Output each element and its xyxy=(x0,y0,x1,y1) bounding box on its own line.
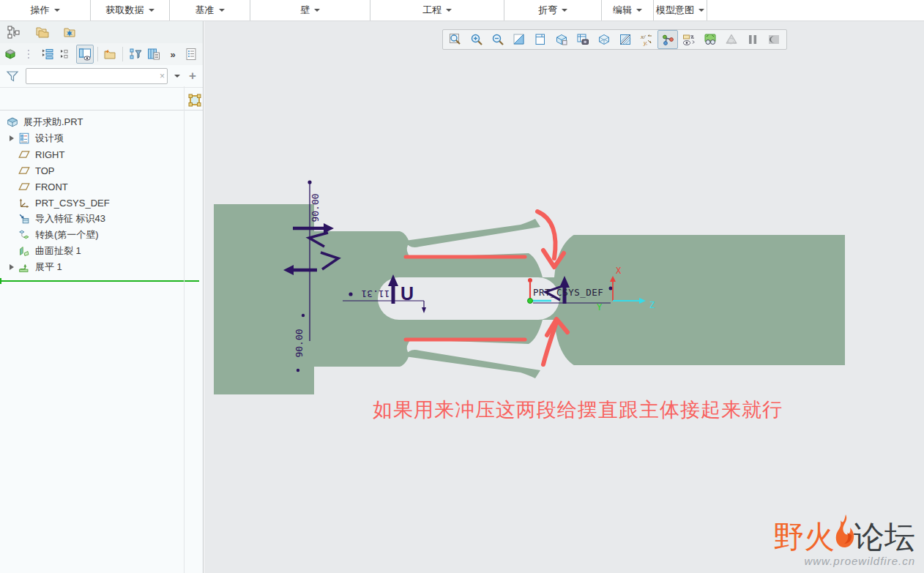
tree-item-label: 曲面扯裂 1 xyxy=(35,244,81,258)
tree-settings-icon[interactable] xyxy=(145,45,163,64)
toolbar-separator xyxy=(97,47,98,61)
tree-item-top[interactable]: TOP xyxy=(0,162,203,179)
chevron-down-icon xyxy=(54,9,60,12)
tree-search-box: × xyxy=(26,68,168,84)
chevron-down-icon xyxy=(636,9,642,12)
flame-icon xyxy=(835,514,854,553)
menu-item-4[interactable]: 壁 xyxy=(250,0,370,20)
watermark-url: www.proewildfire.cn xyxy=(773,555,915,567)
zoom-in-icon[interactable] xyxy=(466,30,487,49)
model-tree: 展开求助.PRT设计项RIGHTTOPFRONTPRT_CSYS_DEF导入特征… xyxy=(0,111,203,282)
folder-browser-tab-icon[interactable] xyxy=(32,23,51,42)
bend-dim-left: 90.00 xyxy=(294,329,305,357)
menu-item-1[interactable]: 操作 xyxy=(0,0,91,20)
display-style-icon[interactable] xyxy=(594,30,614,49)
svg-text:»: » xyxy=(170,49,175,60)
length-dim: 11.31 xyxy=(361,288,390,299)
tree-item-label: 展开求助.PRT xyxy=(23,116,83,129)
zoom-region-icon[interactable] xyxy=(445,30,466,49)
chevron-down-icon xyxy=(219,9,225,12)
refit-icon[interactable] xyxy=(509,30,529,49)
tree-filter-icon[interactable] xyxy=(127,45,144,64)
expand-arrow-icon[interactable] xyxy=(6,264,18,270)
grip-handle xyxy=(21,45,38,64)
spin-center-icon[interactable] xyxy=(657,30,678,49)
search-input[interactable] xyxy=(26,69,167,83)
tree-item-front[interactable]: FRONT xyxy=(0,179,203,195)
zoom-frame-icon[interactable] xyxy=(185,91,204,110)
filter-funnel-icon xyxy=(3,67,22,86)
zoom-out-icon[interactable] xyxy=(488,30,508,49)
expand-all-icon[interactable] xyxy=(39,45,56,64)
chevron-down-icon xyxy=(562,9,567,12)
brand-text-dark: 论坛 xyxy=(854,522,915,553)
graphics-area[interactable]: 90.00 90.00 11.31 U xyxy=(204,21,924,573)
expand-arrow-icon[interactable] xyxy=(6,135,18,141)
tree-item--[interactable]: 转换(第一个壁) xyxy=(0,227,203,243)
chevron-down-icon xyxy=(698,9,704,12)
surface-rip-icon xyxy=(18,244,31,258)
navigator-panel: » × + 展开求助.PRT设计项RIGHTTOPFRONTPRT_CSYS_D… xyxy=(0,21,204,573)
tree-item-prt_csys_def[interactable]: PRT_CSYS_DEF xyxy=(0,195,203,211)
navigator-toolbar: » xyxy=(0,43,203,65)
show-part-icon[interactable] xyxy=(1,45,19,64)
open-feature-icon[interactable] xyxy=(101,45,119,64)
z-axis-label: Z xyxy=(649,300,655,310)
menu-bar: 操作获取数据基准壁工程折弯编辑模型意图 xyxy=(0,0,924,21)
chevron-down-icon xyxy=(446,9,452,12)
favorites-tab-icon[interactable] xyxy=(60,23,79,42)
menu-item-7[interactable]: 编辑 xyxy=(602,0,654,20)
menu-item-5[interactable]: 工程 xyxy=(370,0,504,20)
reorient-icon[interactable] xyxy=(530,30,551,49)
section-icon[interactable] xyxy=(615,30,636,49)
menu-item-3[interactable]: 基准 xyxy=(170,0,250,20)
tree-columns-toggle-icon[interactable] xyxy=(76,45,94,64)
tree-item-label: RIGHT xyxy=(35,149,64,160)
tree-search-row: × + xyxy=(0,65,203,88)
datum-display-icon[interactable]: x/y, xyxy=(636,30,657,49)
tree-item-label: FRONT xyxy=(35,181,68,192)
tree-item--43[interactable]: 导入特征 标识43 xyxy=(0,211,203,227)
menu-item-2[interactable]: 获取数据 xyxy=(91,0,170,20)
csys-icon xyxy=(18,196,31,209)
tree-item-root[interactable]: 展开求助.PRT xyxy=(0,114,203,130)
menu-item-8[interactable]: 模型意图 xyxy=(654,0,707,20)
design-items-icon xyxy=(18,132,31,145)
options-doc-icon[interactable] xyxy=(182,45,200,64)
model-scene: 90.00 90.00 11.31 U xyxy=(204,21,924,573)
annotation-display-icon[interactable] xyxy=(679,30,699,49)
menu-item-label: 模型意图 xyxy=(656,4,694,17)
menu-item-label: 工程 xyxy=(422,4,441,17)
menu-item-label: 获取数据 xyxy=(106,4,144,17)
tree-item--1[interactable]: 曲面扯裂 1 xyxy=(0,243,203,259)
warning-icon[interactable] xyxy=(721,30,742,49)
datum-plane-icon xyxy=(18,148,31,161)
insert-indicator-line[interactable] xyxy=(0,280,199,282)
tree-item-label: 设计项 xyxy=(35,132,64,145)
tree-item-label: PRT_CSYS_DEF xyxy=(35,198,110,209)
menu-item-6[interactable]: 折弯 xyxy=(504,0,602,20)
tree-item-right[interactable]: RIGHT xyxy=(0,146,203,162)
convert-wall-icon xyxy=(18,228,31,241)
tree-item-label: TOP xyxy=(35,165,55,176)
capture-icon[interactable] xyxy=(573,30,593,49)
menu-item-label: 编辑 xyxy=(613,4,632,17)
more-chevron-icon[interactable]: » xyxy=(164,45,182,64)
tree-item-label: 展平 1 xyxy=(35,261,62,274)
add-filter-button[interactable]: + xyxy=(187,70,198,83)
pause-icon[interactable] xyxy=(742,30,763,49)
tree-item-label: 导入特征 标识43 xyxy=(35,212,105,225)
clear-search-icon[interactable]: × xyxy=(160,71,165,81)
stop-icon[interactable] xyxy=(764,30,784,49)
view-manager-icon[interactable] xyxy=(700,30,720,49)
tree-item--[interactable]: 设计项 xyxy=(0,130,203,146)
tree-item-label: 转换(第一个壁) xyxy=(35,228,99,241)
search-options-caret[interactable] xyxy=(171,70,183,83)
navigator-strip xyxy=(0,88,203,111)
named-views-icon[interactable] xyxy=(551,30,572,49)
model-tree-tab-icon[interactable] xyxy=(4,23,23,42)
collapse-all-icon[interactable] xyxy=(58,45,75,64)
unbend-label: U xyxy=(400,283,414,304)
navigator-tabs xyxy=(0,21,203,43)
tree-item--1[interactable]: 展平 1 xyxy=(0,259,203,275)
